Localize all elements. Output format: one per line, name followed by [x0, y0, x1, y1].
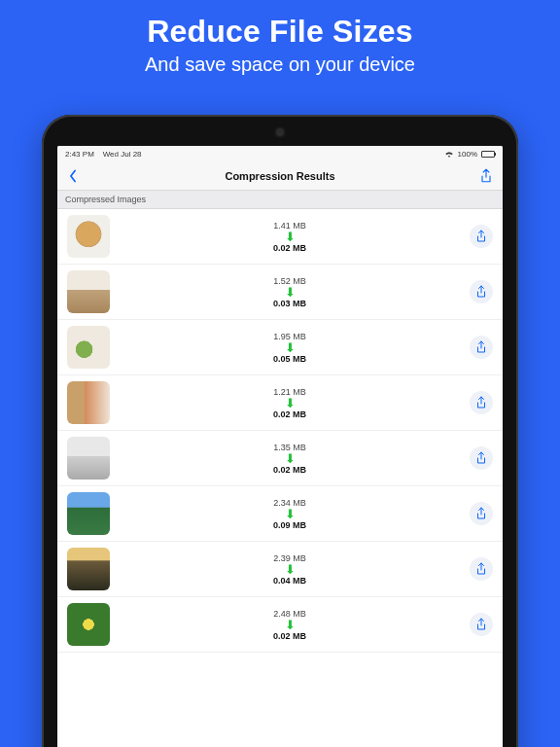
- size-info: 1.21 MB⬇0.02 MB: [110, 387, 470, 419]
- share-icon: [475, 562, 487, 576]
- device-camera: [276, 128, 284, 136]
- result-row[interactable]: 1.35 MB⬇0.02 MB: [57, 431, 503, 486]
- thumbnail: [67, 270, 110, 313]
- share-icon: [475, 285, 487, 299]
- compressed-size: 0.05 MB: [273, 354, 306, 364]
- size-info: 2.39 MB⬇0.04 MB: [110, 553, 470, 586]
- arrow-down-icon: ⬇: [285, 509, 296, 519]
- row-share-button[interactable]: [470, 446, 493, 470]
- back-button[interactable]: [67, 169, 79, 183]
- arrow-down-icon: ⬇: [285, 287, 296, 298]
- compressed-size: 0.02 MB: [273, 409, 306, 419]
- share-icon: [479, 168, 493, 184]
- result-row[interactable]: 1.41 MB⬇0.02 MB: [57, 209, 503, 265]
- original-size: 1.41 MB: [273, 221, 306, 231]
- compressed-size: 0.02 MB: [273, 631, 306, 641]
- device-frame: 2:43 PM Wed Jul 28 100% Compression Resu…: [42, 115, 518, 747]
- row-share-button[interactable]: [470, 336, 493, 359]
- nav-bar: Compression Results: [57, 161, 503, 191]
- arrow-down-icon: ⬇: [285, 342, 296, 353]
- size-info: 1.41 MB⬇0.02 MB: [110, 221, 470, 253]
- share-icon: [475, 507, 487, 520]
- compressed-size: 0.02 MB: [273, 465, 306, 475]
- row-share-button[interactable]: [470, 280, 493, 303]
- share-button[interactable]: [479, 168, 493, 184]
- chevron-left-icon: [67, 169, 79, 183]
- size-info: 1.35 MB⬇0.02 MB: [110, 443, 470, 475]
- result-row[interactable]: 1.95 MB⬇0.05 MB: [57, 320, 503, 375]
- arrow-down-icon: ⬇: [285, 453, 296, 464]
- size-info: 1.52 MB⬇0.03 MB: [110, 276, 470, 308]
- share-icon: [475, 451, 487, 465]
- share-icon: [475, 618, 487, 631]
- original-size: 1.95 MB: [273, 332, 306, 341]
- share-icon: [475, 396, 487, 409]
- arrow-down-icon: ⬇: [285, 564, 296, 575]
- app-screen: 2:43 PM Wed Jul 28 100% Compression Resu…: [57, 146, 503, 747]
- share-icon: [475, 340, 487, 354]
- thumbnail: [67, 215, 110, 258]
- status-time: 2:43 PM: [65, 150, 94, 159]
- result-row[interactable]: 1.52 MB⬇0.03 MB: [57, 265, 503, 320]
- wifi-icon: [444, 150, 454, 158]
- compressed-size: 0.04 MB: [273, 576, 306, 586]
- size-info: 2.48 MB⬇0.02 MB: [110, 609, 470, 641]
- status-battery-pct: 100%: [458, 150, 477, 159]
- original-size: 2.34 MB: [273, 498, 306, 508]
- size-info: 1.95 MB⬇0.05 MB: [110, 332, 470, 364]
- share-icon: [475, 230, 487, 243]
- row-share-button[interactable]: [470, 557, 493, 581]
- section-header: Compressed Images: [57, 191, 503, 209]
- result-row[interactable]: 2.48 MB⬇0.02 MB: [57, 597, 503, 653]
- thumbnail: [67, 381, 110, 424]
- thumbnail: [67, 437, 110, 480]
- status-left: 2:43 PM Wed Jul 28: [65, 150, 142, 159]
- nav-title: Compression Results: [57, 170, 503, 182]
- original-size: 1.21 MB: [273, 387, 306, 397]
- result-row[interactable]: 2.39 MB⬇0.04 MB: [57, 542, 503, 597]
- size-info: 2.34 MB⬇0.09 MB: [110, 498, 470, 530]
- arrow-down-icon: ⬇: [285, 620, 296, 630]
- hero-subtitle: And save space on your device: [0, 53, 560, 76]
- row-share-button[interactable]: [470, 502, 493, 525]
- status-right: 100%: [444, 150, 495, 159]
- hero-title: Reduce File Sizes: [0, 14, 560, 50]
- thumbnail: [67, 548, 110, 590]
- original-size: 1.52 MB: [273, 276, 306, 286]
- original-size: 2.39 MB: [273, 553, 306, 563]
- compressed-size: 0.02 MB: [273, 243, 306, 253]
- arrow-down-icon: ⬇: [285, 231, 296, 242]
- status-bar: 2:43 PM Wed Jul 28 100%: [57, 146, 503, 161]
- compressed-size: 0.09 MB: [273, 520, 306, 530]
- thumbnail: [67, 492, 110, 535]
- original-size: 2.48 MB: [273, 609, 306, 619]
- compressed-size: 0.03 MB: [273, 299, 306, 308]
- thumbnail: [67, 326, 110, 369]
- row-share-button[interactable]: [470, 391, 493, 414]
- row-share-button[interactable]: [470, 613, 493, 636]
- thumbnail: [67, 603, 110, 646]
- original-size: 1.35 MB: [273, 443, 306, 452]
- status-date: Wed Jul 28: [103, 150, 142, 159]
- result-row[interactable]: 2.34 MB⬇0.09 MB: [57, 486, 503, 542]
- result-row[interactable]: 1.21 MB⬇0.02 MB: [57, 375, 503, 431]
- battery-icon: [481, 151, 495, 158]
- row-share-button[interactable]: [470, 225, 493, 248]
- hero: Reduce File Sizes And save space on your…: [0, 0, 560, 76]
- results-list[interactable]: 1.41 MB⬇0.02 MB1.52 MB⬇0.03 MB1.95 MB⬇0.…: [57, 209, 503, 747]
- arrow-down-icon: ⬇: [285, 398, 296, 409]
